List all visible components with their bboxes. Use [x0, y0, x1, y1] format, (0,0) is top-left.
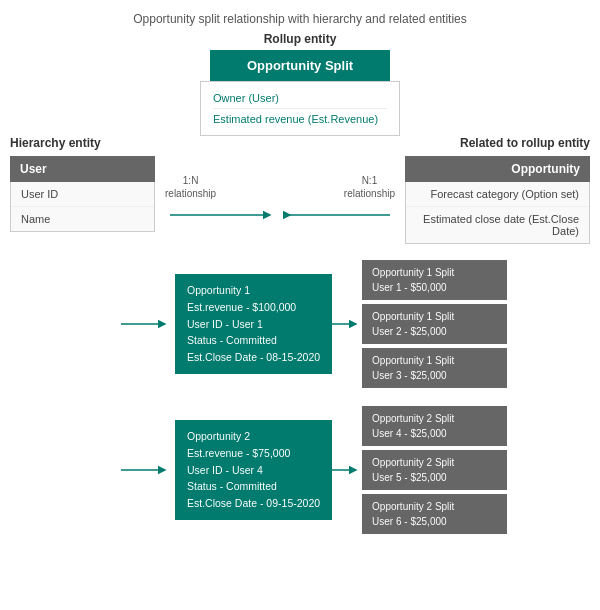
- opp2-split-1: Opportunity 2 Split User 5 - $25,000: [362, 450, 507, 490]
- hierarchy-field-1: Name: [11, 207, 154, 231]
- opp1-splits: Opportunity 1 Split User 1 - $50,000 Opp…: [362, 260, 507, 388]
- hierarchy-field-0: User ID: [11, 182, 154, 207]
- related-entity-header: Opportunity: [405, 156, 590, 182]
- opp1-right-arrow: [332, 318, 362, 330]
- hierarchy-label: Hierarchy entity: [10, 136, 155, 150]
- opp1-line2: User ID - User 1: [187, 316, 320, 333]
- opportunities-section: Opportunity 1 Est.revenue - $100,000 Use…: [10, 260, 590, 534]
- opp1-left-arrow: [121, 318, 171, 330]
- opp2-left-arrow: [121, 464, 171, 476]
- opp2-split-2: Opportunity 2 Split User 6 - $25,000: [362, 494, 507, 534]
- opp2-right-arrow: [332, 464, 362, 476]
- opp2-splits: Opportunity 2 Split User 4 - $25,000 Opp…: [362, 406, 507, 534]
- opp2-box: Opportunity 2 Est.revenue - $75,000 User…: [175, 420, 332, 520]
- opp1-line3: Status - Committed: [187, 332, 320, 349]
- rollup-field-1: Estimated revenue (Est.Revenue): [213, 109, 387, 129]
- rel-right-label: N:1 relationship: [344, 174, 395, 200]
- related-field-1: Estimated close date (Est.Close Date): [406, 207, 589, 243]
- related-section: Related to rollup entity Opportunity For…: [405, 136, 590, 244]
- opp1-line1: Est.revenue - $100,000: [187, 299, 320, 316]
- opp1-split-2: Opportunity 1 Split User 3 - $25,000: [362, 348, 507, 388]
- rollup-fields: Owner (User) Estimated revenue (Est.Reve…: [200, 81, 400, 136]
- related-entity-box: Opportunity Forecast category (Option se…: [405, 156, 590, 244]
- rollup-label: Rollup entity: [264, 32, 337, 46]
- hierarchy-section: Hierarchy entity User User ID Name: [10, 136, 155, 232]
- opp2-line3: Status - Committed: [187, 478, 320, 495]
- opp2-line2: User ID - User 4: [187, 462, 320, 479]
- hierarchy-entity-body: User ID Name: [10, 182, 155, 232]
- related-entity-body: Forecast category (Option set) Estimated…: [405, 182, 590, 244]
- opp1-row: Opportunity 1 Est.revenue - $100,000 Use…: [20, 260, 590, 388]
- rollup-box: Opportunity Split: [210, 50, 390, 81]
- rel-left-label: 1:N relationship: [165, 174, 216, 200]
- opp2-row: Opportunity 2 Est.revenue - $75,000 User…: [20, 406, 590, 534]
- opp2-line4: Est.Close Date - 09-15-2020: [187, 495, 320, 512]
- opp1-split-0: Opportunity 1 Split User 1 - $50,000: [362, 260, 507, 300]
- opp2-line1: Est.revenue - $75,000: [187, 445, 320, 462]
- opp2-split-0: Opportunity 2 Split User 4 - $25,000: [362, 406, 507, 446]
- related-field-0: Forecast category (Option set): [406, 182, 589, 207]
- page-wrapper: Opportunity split relationship with hier…: [0, 0, 600, 534]
- related-label: Related to rollup entity: [405, 136, 590, 150]
- hierarchy-entity-box: User User ID Name: [10, 156, 155, 232]
- diagram: Rollup entity Opportunity Split Owner (U…: [10, 32, 590, 534]
- page-title: Opportunity split relationship with hier…: [0, 0, 600, 32]
- rollup-field-0: Owner (User): [213, 88, 387, 109]
- opp1-box: Opportunity 1 Est.revenue - $100,000 Use…: [175, 274, 332, 374]
- opp1-line0: Opportunity 1: [187, 282, 320, 299]
- opp1-split-1: Opportunity 1 Split User 2 - $25,000: [362, 304, 507, 344]
- hierarchy-entity-header: User: [10, 156, 155, 182]
- opp1-line4: Est.Close Date - 08-15-2020: [187, 349, 320, 366]
- opp2-line0: Opportunity 2: [187, 428, 320, 445]
- arrows-svg: [160, 206, 400, 224]
